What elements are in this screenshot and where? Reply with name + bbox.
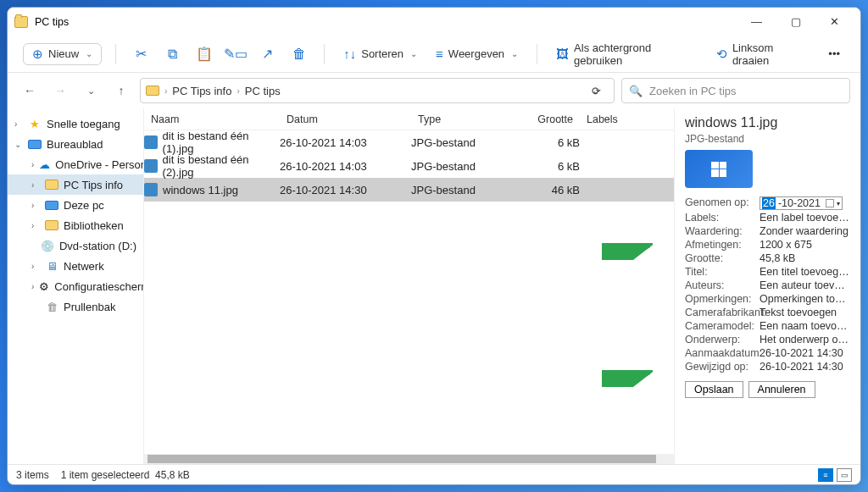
ribbon: ⊕Nieuw⌄ ✂ ⧉ 📋 ✎▭ ↗ 🗑 ↑↓Sorteren⌄ ≡Weerge… [8, 36, 860, 73]
forward-button[interactable]: → [48, 79, 72, 102]
titlebar[interactable]: PC tips — ▢ ✕ [8, 8, 860, 36]
copy-icon[interactable]: ⧉ [161, 42, 184, 66]
calendar-icon[interactable] [826, 199, 834, 207]
svg-line-1 [602, 245, 649, 258]
status-count: 3 items [16, 469, 49, 481]
details-pane: windows 11.jpg JPG-bestand Genomen op:26… [674, 108, 860, 464]
delete-icon[interactable]: 🗑 [287, 42, 310, 66]
sidebar-item-8[interactable]: ›⚙Configuratiescherm [8, 276, 143, 296]
maximize-button[interactable]: ▢ [776, 10, 815, 34]
chevron-down-icon[interactable]: ⌄ [79, 79, 103, 102]
status-selection: 1 item geselecteerd [61, 469, 150, 481]
status-bar: 3 items 1 item geselecteerd 45,8 kB ≡ ▭ [8, 464, 860, 484]
sidebar-item-0[interactable]: ›★Snelle toegang [8, 113, 143, 134]
save-button[interactable]: Opslaan [685, 381, 743, 398]
details-subtitle: JPG-bestand [685, 133, 850, 145]
details-prop[interactable]: Aanmaakdatum:26-10-2021 14:30 [685, 347, 850, 359]
details-prop[interactable]: Cameramodel:Een naam toevoegen [685, 320, 850, 332]
search-input[interactable]: 🔍 Zoeken in PC tips [621, 78, 850, 103]
navbar: ← → ⌄ ↑ › PC Tips info › PC tips ⌄ ⟳ 🔍 Z… [8, 73, 860, 108]
file-icon [144, 183, 158, 196]
close-button[interactable]: ✕ [815, 10, 854, 34]
preview-thumbnail [685, 150, 753, 188]
column-headers[interactable]: Naam Datum Type Grootte Labels [144, 108, 674, 130]
view-large-button[interactable]: ▭ [837, 468, 852, 482]
sidebar-item-3[interactable]: ›PC Tips info [8, 174, 143, 195]
details-prop[interactable]: Camerafabrikant:Tekst toevoegen [685, 307, 850, 318]
refresh-button[interactable]: ⟳ [583, 78, 609, 103]
col-date[interactable]: Datum [280, 113, 411, 125]
view-details-button[interactable]: ≡ [818, 468, 833, 482]
minimize-button[interactable]: — [737, 10, 776, 34]
paste-icon[interactable]: 📋 [192, 42, 215, 66]
sidebar-item-5[interactable]: ›Bibliotheken [8, 215, 143, 235]
col-labels[interactable]: Labels [580, 113, 648, 125]
crumb-a[interactable]: PC Tips info [172, 85, 231, 97]
rotate-button[interactable]: ⟲Linksom draaien [711, 38, 815, 70]
sidebar-item-1[interactable]: ⌄Bureaublad [8, 134, 143, 154]
setbg-button[interactable]: 🖼Als achtergrond gebruiken [551, 38, 703, 70]
svg-line-2 [602, 372, 649, 385]
details-prop[interactable]: Titel:Een titel toevoegen [685, 266, 850, 278]
col-name[interactable]: Naam [144, 113, 280, 125]
folder-icon [14, 16, 28, 28]
sidebar-item-4[interactable]: ›Deze pc [8, 195, 143, 215]
up-button[interactable]: ↑ [109, 79, 133, 102]
details-title: windows 11.jpg [685, 115, 850, 130]
date-input[interactable]: 26-10-2021 ▾ [760, 196, 843, 210]
rename-icon[interactable]: ✎▭ [224, 42, 248, 66]
sidebar-item-9[interactable]: 🗑Prullenbak [8, 296, 143, 317]
annotation-arrow [602, 243, 653, 260]
file-row[interactable]: windows 11.jpg26-10-2021 14:30JPG-bestan… [144, 178, 674, 202]
details-prop[interactable]: Genomen op:26-10-2021 ▾ [685, 196, 850, 210]
details-prop[interactable]: Auteurs:Een auteur toevoegen [685, 279, 850, 291]
sidebar-item-2[interactable]: ›☁OneDrive - Persona [8, 154, 143, 174]
back-button[interactable]: ← [18, 79, 42, 102]
details-prop[interactable]: Grootte:45,8 kB [685, 252, 850, 264]
breadcrumb[interactable]: › PC Tips info › PC tips ⌄ ⟳ [140, 78, 615, 103]
file-list: Naam Datum Type Grootte Labels dit is be… [143, 108, 674, 464]
sidebar: ›★Snelle toegang⌄Bureaublad›☁OneDrive - … [8, 108, 143, 464]
col-type[interactable]: Type [411, 113, 516, 125]
file-icon [144, 159, 158, 173]
window-title: PC tips [35, 16, 69, 28]
file-icon [144, 135, 158, 149]
details-prop[interactable]: Onderwerp:Het onderwerp opgev... [685, 334, 850, 346]
details-prop[interactable]: Waardering:Zonder waardering [685, 225, 850, 237]
folder-icon [146, 86, 159, 96]
details-prop[interactable]: Labels:Een label toevoegen [685, 212, 850, 224]
explorer-window: PC tips — ▢ ✕ ⊕Nieuw⌄ ✂ ⧉ 📋 ✎▭ ↗ 🗑 ↑↓Sor… [7, 7, 861, 485]
share-icon[interactable]: ↗ [256, 42, 279, 66]
more-button[interactable]: ••• [823, 44, 845, 64]
crumb-b[interactable]: PC tips [245, 85, 281, 97]
cut-icon[interactable]: ✂ [130, 42, 153, 66]
file-row[interactable]: dit is bestand één (1).jpg26-10-2021 14:… [144, 130, 674, 154]
view-button[interactable]: ≡Weergeven⌄ [431, 43, 523, 64]
file-row[interactable]: dit is bestand één (2).jpg26-10-2021 14:… [144, 154, 674, 178]
new-button[interactable]: ⊕Nieuw⌄ [23, 43, 102, 65]
status-size: 45,8 kB [155, 469, 190, 481]
scrollbar-horizontal[interactable] [144, 454, 674, 464]
sidebar-item-6[interactable]: 💿Dvd-station (D:) [8, 235, 143, 256]
cancel-button[interactable]: Annuleren [748, 381, 815, 398]
sort-button[interactable]: ↑↓Sorteren⌄ [338, 43, 422, 64]
col-size[interactable]: Grootte [516, 113, 580, 125]
details-prop[interactable]: Opmerkingen:Opmerkingen toevoe... [685, 293, 850, 305]
annotation-arrow [602, 370, 653, 387]
search-icon: 🔍 [629, 85, 643, 97]
details-prop[interactable]: Afmetingen:1200 x 675 [685, 239, 850, 251]
sidebar-item-7[interactable]: ›🖥Netwerk [8, 256, 143, 276]
details-prop[interactable]: Gewijzigd op:26-10-2021 14:30 [685, 361, 850, 373]
